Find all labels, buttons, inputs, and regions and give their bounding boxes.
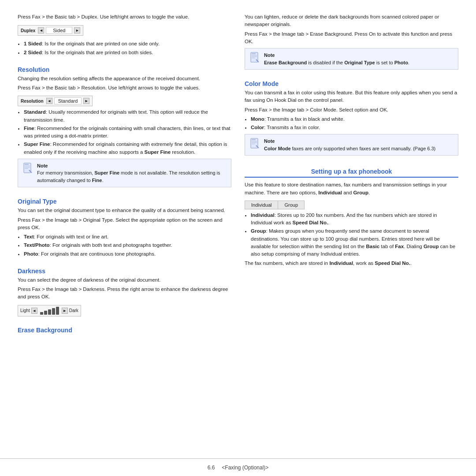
darkness-section: Darkness You can select the degree of da…: [18, 268, 231, 319]
svg-rect-14: [252, 144, 255, 144]
svg-rect-13: [252, 142, 257, 143]
list-item: Photo: For originals that are continuous…: [24, 250, 231, 258]
item-detail: : Usually recommended for originals with…: [24, 109, 208, 122]
phonebook-tabs-container: Individual Group: [245, 198, 458, 212]
item-detail: : Makes groups when you frequently send …: [251, 228, 455, 257]
phonebook-title: Setting up a fax phonebook: [311, 168, 392, 175]
darkness-para2: Press Fax > the Image tab > Darkness. Pr…: [18, 286, 231, 301]
bar-5: [56, 307, 59, 315]
item-label: Super Fine: [24, 141, 50, 147]
note-text-content: For memory transmission, Super Fine mode…: [37, 170, 220, 183]
color-mode-note: Note Color Mode faxes are only supported…: [245, 134, 458, 156]
phonebook-list: Individual: Stores up to 200 fax numbers…: [245, 212, 458, 258]
item-detail: : Recommended for originals containing w…: [24, 141, 227, 154]
list-item: Group: Makes groups when you frequently …: [251, 227, 458, 258]
bar-1: [40, 312, 43, 315]
resolution-widget-container: Resolution ◄ Standard ►: [18, 93, 231, 108]
darkness-bar: [40, 307, 59, 315]
color-mode-para2: Press Fax > the Image tab > Color Mode. …: [245, 106, 458, 114]
darkness-para1: You can select the degree of darkness of…: [18, 276, 231, 284]
list-item: Color: Transmits a fax in color.: [251, 124, 458, 131]
list-item: Mono: Transmits a fax in black and white…: [251, 115, 458, 123]
svg-rect-12: [252, 141, 257, 141]
right-column: You can lighten, reduce or delete the da…: [245, 13, 458, 454]
erase-background-section: Erase Background: [18, 327, 231, 335]
item-label: Group: [251, 228, 266, 234]
phonebook-tabs: Individual Group: [245, 201, 305, 209]
resolution-right-arrow[interactable]: ►: [83, 98, 89, 104]
light-label: Light: [20, 308, 30, 313]
tab-group[interactable]: Group: [278, 201, 304, 209]
list-item: Text: For originals with text or line ar…: [24, 233, 231, 241]
item-detail: : Recommended for the originals containi…: [24, 126, 231, 138]
note-icon: [249, 52, 260, 65]
darkness-left-arrow[interactable]: ◄: [31, 308, 37, 314]
footer-page: 6.6: [208, 465, 215, 471]
darkness-title: Darkness: [18, 268, 231, 275]
resolution-left-arrow[interactable]: ◄: [46, 98, 52, 104]
tab-individual[interactable]: Individual: [245, 201, 278, 209]
duplex-title-label: Duplex: [21, 28, 35, 33]
darkness-widget: Light ◄ ► Dark: [18, 305, 81, 316]
color-mode-para1: You can transmit a fax in color using th…: [245, 89, 458, 104]
item-detail: : Transmits a fax in black and white.: [264, 116, 345, 122]
note-label: Note: [264, 52, 409, 59]
original-type-section: Original Type You can set the original d…: [18, 198, 231, 260]
note-label: Note: [264, 138, 435, 145]
svg-rect-2: [25, 166, 30, 166]
left-column: Press Fax > the Basic tab > Duplex. Use …: [18, 13, 231, 454]
duplex-list: 1 Sided: Is for the originals that are p…: [18, 40, 231, 56]
item-detail: : Stores up to 200 fax numbers. And the …: [251, 212, 437, 225]
bar-2: [44, 311, 47, 315]
svg-rect-9: [252, 58, 255, 58]
list-item: Text/Photo: For originals with both text…: [24, 242, 231, 249]
svg-rect-1: [25, 164, 29, 165]
resolution-title: Resolution: [18, 66, 231, 73]
duplex-section: Press Fax > the Basic tab > Duplex. Use …: [18, 13, 231, 58]
item-label: Mono: [251, 116, 264, 122]
list-item: Standard: Usually recommended for origin…: [24, 108, 231, 124]
duplex-right-arrow[interactable]: ►: [74, 27, 80, 33]
bar-4: [52, 308, 55, 315]
phonebook-section: Setting up a fax phonebook Use this feat…: [245, 166, 458, 269]
item-label: Color: [251, 125, 264, 130]
color-mode-title: Color Mode: [245, 80, 458, 87]
erase-bg-note: Note Erase Background is disabled if the…: [245, 48, 458, 70]
original-type-para1: You can set the original document type t…: [18, 207, 231, 214]
svg-rect-11: [252, 139, 256, 140]
duplex-left-arrow[interactable]: ◄: [38, 27, 44, 33]
item-detail: : For originals that are continuous tone…: [38, 251, 156, 257]
list-item: Super Fine: Recommended for originals co…: [24, 141, 231, 156]
item-label: Photo: [24, 251, 38, 257]
note-icon: [22, 162, 33, 175]
item-detail: : Is for the originals that are printed …: [42, 50, 153, 55]
color-mode-section: Color Mode You can transmit a fax in col…: [245, 80, 458, 158]
svg-rect-7: [252, 55, 257, 56]
original-type-list: Text: For originals with text or line ar…: [18, 233, 231, 258]
dark-label: Dark: [69, 308, 78, 313]
item-detail: : Transmits a fax in color.: [264, 125, 320, 130]
resolution-section: Resolution Changing the resolution setti…: [18, 66, 231, 190]
darkness-widget-container: Light ◄ ► Dark: [18, 303, 231, 319]
resolution-note: Note For memory transmission, Super Fine…: [18, 159, 231, 188]
footer-section: <Faxing (Optional)>: [222, 465, 268, 471]
color-mode-list: Mono: Transmits a fax in black and white…: [245, 115, 458, 132]
item-detail: : For originals with text or line art.: [34, 234, 108, 239]
duplex-intro: Press Fax > the Basic tab > Duplex. Use …: [18, 13, 231, 21]
content-area: Press Fax > the Basic tab > Duplex. Use …: [0, 0, 476, 458]
resolution-widget: Resolution ◄ Standard ►: [18, 96, 93, 106]
darkness-right-arrow[interactable]: ►: [62, 308, 68, 314]
list-item: Individual: Stores up to 200 fax numbers…: [251, 212, 458, 227]
resolution-widget-label: Resolution: [21, 99, 44, 104]
erase-bg-content: You can lighten, reduce or delete the da…: [245, 13, 458, 72]
list-item: 1 Sided: Is for the originals that are p…: [24, 40, 231, 48]
item-detail: : Is for the originals that are printed …: [42, 41, 160, 46]
item-label: Standard: [24, 109, 46, 115]
svg-rect-4: [25, 168, 28, 169]
bar-3: [48, 309, 51, 315]
note-content: Note Color Mode faxes are only supported…: [264, 138, 435, 152]
original-type-para2: Press Fax > the Image tab > Original Typ…: [18, 216, 231, 232]
svg-rect-3: [25, 167, 30, 167]
note-icon: [249, 138, 260, 151]
erase-background-title: Erase Background: [18, 327, 231, 334]
